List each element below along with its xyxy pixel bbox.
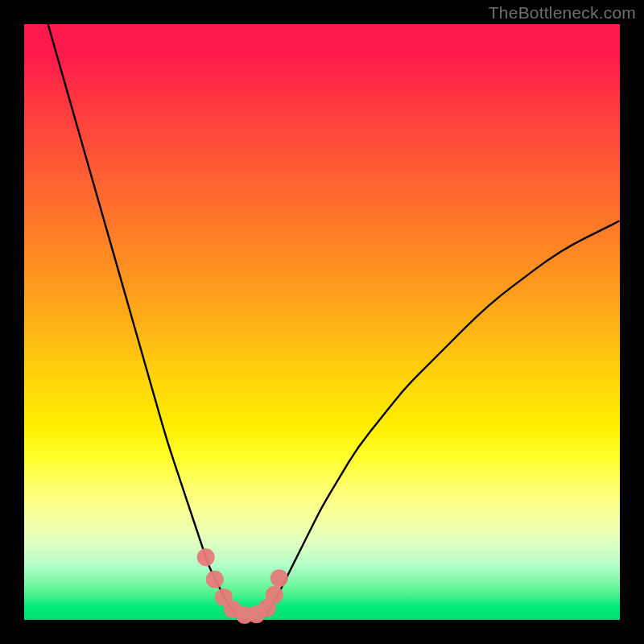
chart-svg bbox=[24, 24, 620, 620]
valley-marker-dot bbox=[266, 586, 283, 604]
valley-marker-dot bbox=[270, 569, 288, 587]
curve-left-branch bbox=[48, 24, 239, 617]
curve-right-branch bbox=[262, 221, 620, 617]
valley-marker-dot bbox=[197, 548, 215, 566]
watermark-text: TheBottleneck.com bbox=[489, 3, 636, 23]
valley-markers bbox=[197, 548, 288, 624]
valley-marker-dot bbox=[206, 571, 224, 588]
chart-frame: TheBottleneck.com bbox=[0, 0, 644, 644]
